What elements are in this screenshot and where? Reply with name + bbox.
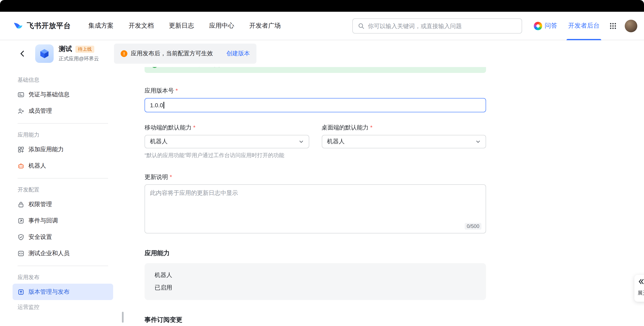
window-title-bar <box>0 0 644 12</box>
sidebar-item-bot[interactable]: 机器人 <box>12 158 113 174</box>
sidebar-item-label: 凭证与基础信息 <box>28 91 70 98</box>
mobile-capability-value: 机器人 <box>150 138 168 146</box>
desktop-capability-label: 桌面端的默认能力* <box>322 124 486 132</box>
code-brackets-icon <box>18 250 24 257</box>
required-marker: * <box>193 124 196 131</box>
sidebar-divider <box>18 178 108 178</box>
sidebar-item-label: 版本管理与发布 <box>28 288 70 296</box>
char-counter: 0/500 <box>465 223 482 230</box>
app-meta: 测试 待上线 正式应用@环界云 <box>59 45 99 62</box>
sidebar-section-capabilities: 应用能力 <box>12 128 113 141</box>
mobile-capability-label: 移动端的默认能力* <box>144 124 309 132</box>
sidebar-item-add-capability[interactable]: 添加应用能力 <box>12 141 113 158</box>
sidebar-section-dev-config: 开发配置 <box>12 183 113 196</box>
sidebar-item-members[interactable]: 成员管理 <box>12 103 113 119</box>
sidebar-item-security[interactable]: 安全设置 <box>12 229 113 245</box>
sidebar-item-label: 添加应用能力 <box>28 146 64 153</box>
sidebar-item-credentials[interactable]: 凭证与基础信息 <box>12 86 113 103</box>
required-marker: * <box>176 87 178 94</box>
version-label: 应用版本号* <box>144 87 486 95</box>
sidebar: 基础信息 凭证与基础信息 成员管理 应用能力 添加应用能力 <box>12 67 113 314</box>
app-context-bar: 测试 待上线 正式应用@环界云 ! 应用发布后，当前配置方可生效 创建版本 <box>0 40 644 67</box>
sidebar-section-monitoring: 运营监控 <box>12 300 113 314</box>
desktop-capability-value: 机器人 <box>327 138 345 146</box>
create-version-link[interactable]: 创建版本 <box>226 50 250 58</box>
event-subscription-title: 事件订阅变更 <box>144 316 486 324</box>
notice-text: 应用发布后，当前配置方可生效 <box>131 50 213 58</box>
capability-hint: “默认的应用功能”即用户通过工作台访问应用时打开的功能 <box>144 152 486 159</box>
expand-label: 展开 <box>638 290 644 297</box>
sidebar-item-events[interactable]: 事件与回调 <box>12 212 113 229</box>
nav-item-integration[interactable]: 集成方案 <box>88 22 114 30</box>
sidebar-divider <box>18 266 108 266</box>
search-input[interactable] <box>368 22 516 29</box>
sidebar-item-label: 安全设置 <box>28 233 52 241</box>
page-body: 基础信息 凭证与基础信息 成员管理 应用能力 添加应用能力 <box>0 67 644 326</box>
version-input[interactable]: 1.0.0 <box>144 98 486 112</box>
sidebar-section-basic-info: 基础信息 <box>12 73 113 86</box>
check-icon: ✓ <box>151 67 158 68</box>
nav-item-dev-plaza[interactable]: 开发者广场 <box>249 22 281 30</box>
brand-name: 飞书开放平台 <box>27 21 71 30</box>
app-subtitle: 正式应用@环界云 <box>59 55 99 62</box>
feishu-logo[interactable]: 飞书开放平台 <box>12 20 71 31</box>
capability-name: 机器人 <box>154 272 476 279</box>
desktop-capability-select[interactable]: 机器人 <box>322 135 486 148</box>
nav-item-docs[interactable]: 开发文档 <box>129 22 154 30</box>
sidebar-item-permissions[interactable]: 权限管理 <box>12 196 113 212</box>
required-marker: * <box>370 124 372 131</box>
id-card-icon <box>18 91 24 98</box>
mobile-capability-select[interactable]: 机器人 <box>144 135 309 148</box>
qa-button[interactable]: 问答 <box>534 22 557 30</box>
status-badge: 待上线 <box>76 46 94 53</box>
qa-icon <box>534 22 542 30</box>
version-value: 1.0.0 <box>150 102 163 108</box>
feishu-logo-icon <box>12 20 24 31</box>
top-header: 飞书开放平台 集成方案 开发文档 更新日志 应用中心 开发者广场 问答 开发者后… <box>0 12 644 40</box>
main-content: ✓ 本次发布免审核，提交发布后即可上线使用 应用版本号* 1.0.0 移动端的默… <box>144 67 486 326</box>
publish-icon <box>18 288 24 295</box>
app-capability-title: 应用能力 <box>144 249 486 257</box>
add-capability-icon <box>18 146 24 153</box>
nav-item-app-center[interactable]: 应用中心 <box>209 22 234 30</box>
global-search[interactable] <box>352 18 522 33</box>
success-banner-text: 本次发布免审核，提交发布后即可上线使用 <box>161 67 273 68</box>
default-capability-row: 移动端的默认能力* 机器人 桌面端的默认能力* 机器人 <box>144 124 486 148</box>
sidebar-scrollbar[interactable] <box>122 312 124 323</box>
back-chevron-icon <box>19 50 26 57</box>
sidebar-item-version-release[interactable]: 版本管理与发布 <box>12 284 113 300</box>
double-chevron-left-icon <box>638 278 644 285</box>
members-icon <box>18 108 24 114</box>
qa-label: 问答 <box>545 22 557 30</box>
capability-status: 已启用 <box>154 284 476 292</box>
search-icon <box>358 22 364 29</box>
back-button[interactable] <box>19 50 27 58</box>
sidebar-item-test-org[interactable]: 测试企业和人员 <box>12 245 113 262</box>
shield-icon <box>18 234 24 240</box>
nav-item-changelog[interactable]: 更新日志 <box>169 22 194 30</box>
sidebar-section-release: 应用发布 <box>12 270 113 284</box>
event-callback-icon <box>18 217 24 224</box>
app-window: 飞书开放平台 集成方案 开发文档 更新日志 应用中心 开发者广场 问答 开发者后… <box>0 0 644 326</box>
user-avatar[interactable] <box>625 20 637 32</box>
update-notes-placeholder: 此内容将于应用的更新日志中显示 <box>150 190 238 196</box>
text-caret <box>164 102 164 108</box>
success-banner: ✓ 本次发布免审核，提交发布后即可上线使用 <box>144 67 486 73</box>
app-icon <box>35 44 54 63</box>
top-nav: 集成方案 开发文档 更新日志 应用中心 开发者广场 <box>88 22 281 30</box>
sidebar-item-label: 事件与回调 <box>28 217 58 224</box>
sidebar-item-label: 机器人 <box>28 162 46 170</box>
app-name: 测试 <box>59 45 72 54</box>
sidebar-item-label: 权限管理 <box>28 200 52 208</box>
chevron-down-icon <box>476 139 480 144</box>
expand-panel-button[interactable]: 展开 <box>634 275 644 302</box>
app-grid-icon[interactable] <box>610 22 616 29</box>
lock-icon <box>18 201 24 208</box>
update-notes-label: 更新说明* <box>144 174 486 181</box>
update-notes-textarea[interactable]: 此内容将于应用的更新日志中显示 0/500 <box>144 184 486 234</box>
tab-developer-console[interactable]: 开发者后台 <box>568 12 600 40</box>
warning-icon: ! <box>121 50 128 57</box>
robot-icon <box>18 162 24 169</box>
chevron-down-icon <box>298 139 304 144</box>
sidebar-item-label: 测试企业和人员 <box>28 250 70 257</box>
